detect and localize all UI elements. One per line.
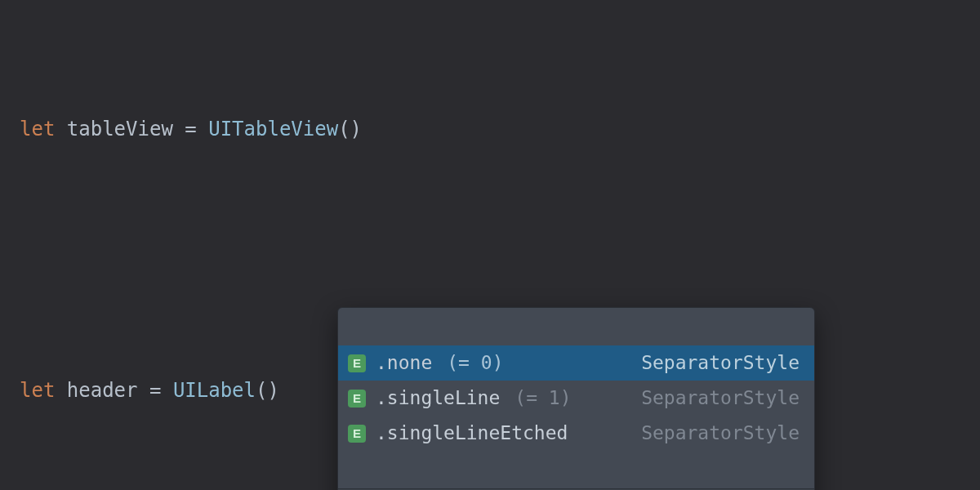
- completion-type: SeparatorStyle: [641, 424, 800, 443]
- completion-type: SeparatorStyle: [641, 389, 800, 408]
- completion-type: SeparatorStyle: [641, 354, 800, 372]
- enum-icon: E: [348, 390, 366, 408]
- keyword-let: let: [20, 374, 55, 407]
- code-line: let tableView = UITableView(): [20, 113, 960, 145]
- enum-icon: E: [348, 425, 366, 443]
- type-ref: UITableView: [208, 113, 338, 145]
- completion-raw-value: (= 0): [447, 354, 503, 372]
- completion-name: .none: [376, 354, 432, 372]
- completion-raw-value: (= 1): [514, 389, 571, 408]
- autocomplete-item[interactable]: E.singleLine(= 1)SeparatorStyle: [338, 381, 814, 416]
- keyword-let: let: [20, 113, 55, 145]
- autocomplete-popup[interactable]: E.none(= 0)SeparatorStyleE.singleLine(= …: [337, 307, 815, 490]
- code-editor[interactable]: let tableView = UITableView() let header…: [0, 0, 980, 490]
- autocomplete-item[interactable]: E.none(= 0)SeparatorStyle: [338, 345, 814, 381]
- type-ref: UILabel: [173, 374, 256, 407]
- completion-name: .singleLine: [376, 389, 500, 408]
- completion-name: .singleLineEtched: [376, 424, 568, 443]
- code-line-blank: [20, 243, 960, 276]
- identifier: tableView: [67, 113, 173, 145]
- enum-icon: E: [348, 354, 366, 372]
- autocomplete-item[interactable]: E.singleLineEtchedSeparatorStyle: [338, 416, 814, 451]
